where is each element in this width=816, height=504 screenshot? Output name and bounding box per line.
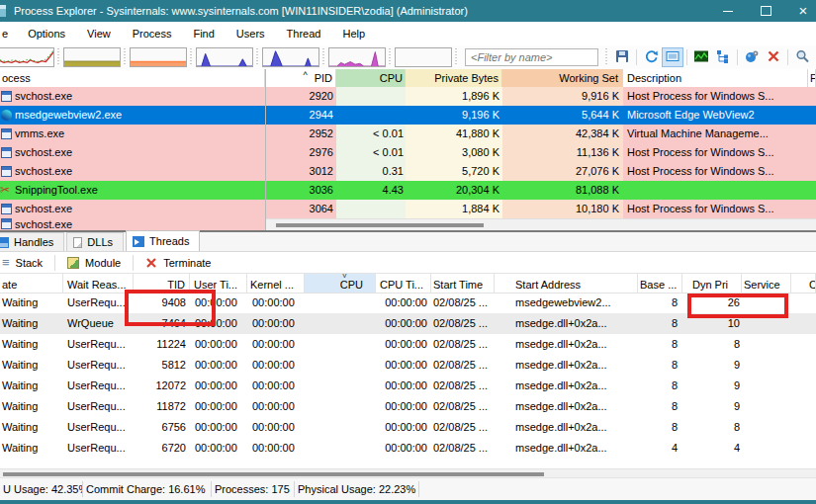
process-row[interactable]: SnippingTool.exe 3036 4.43 20,304 K 81,0…	[0, 181, 816, 200]
thread-row[interactable]: Waiting UserRequ... 12072 00:00:00 00:00…	[0, 376, 816, 396]
column-header-working-set[interactable]: Working Set	[502, 69, 623, 87]
threads-horizontal-scrollbar[interactable]	[0, 468, 816, 478]
toolbar-gripper[interactable]	[189, 48, 194, 66]
thread-row[interactable]: Waiting WrQueue 7464 00:00:00 00:00:00 0…	[0, 313, 816, 334]
column-header-c[interactable]: C	[791, 274, 816, 293]
column-header-pid[interactable]: ^PID	[265, 69, 336, 87]
scrollbar-thumb[interactable]	[3, 472, 544, 476]
commit-history-graph[interactable]	[63, 47, 121, 67]
cpu-usage-graph[interactable]	[0, 47, 54, 67]
threads-table-header: ate Wait Reas... TID User Ti... Kernel .…	[0, 274, 816, 294]
column-header-cpu-time[interactable]: CPU Ti...	[376, 274, 431, 293]
maximize-button[interactable]	[747, 0, 784, 22]
thread-row[interactable]: Waiting UserRequ... 11872 00:00:00 00:00…	[0, 396, 816, 417]
scrollbar-thumb[interactable]	[276, 223, 484, 227]
column-header-tid[interactable]: TID	[134, 274, 190, 293]
toolbar-gripper[interactable]	[255, 48, 260, 66]
kernel-time-cell: 00:00:00	[247, 376, 305, 396]
cpu-cell	[336, 106, 406, 125]
process-properties-button[interactable]	[741, 47, 763, 67]
terminate-button[interactable]: Terminate	[137, 253, 219, 273]
menu-item-users[interactable]: Users	[226, 22, 276, 45]
process-row[interactable]: svchost.exe 2976 < 0.01 3,080 K 11,136 K…	[0, 143, 816, 162]
column-header-process[interactable]: ocess	[0, 69, 265, 87]
toolbar-gripper[interactable]	[123, 48, 128, 66]
column-header-private-bytes[interactable]: Private Bytes	[406, 69, 502, 87]
menu-item-view[interactable]: View	[76, 22, 122, 45]
column-header-wait-reason[interactable]: Wait Reas...	[63, 274, 134, 293]
menu-item-file[interactable]: e	[0, 22, 17, 45]
thread-row[interactable]: Waiting UserRequ... 6720 00:00:00 00:00:…	[0, 438, 816, 459]
process-list-horizontal-scrollbar[interactable]	[266, 218, 816, 230]
process-tree-icon	[716, 49, 730, 66]
gpu-history-graph[interactable]	[196, 47, 253, 67]
menu-item-options[interactable]: Options	[17, 22, 76, 45]
thread-row[interactable]: Waiting UserRequ... 00:00:00 00:00:00 00…	[0, 459, 816, 464]
column-header-state[interactable]: ate	[0, 274, 63, 293]
column-header-user-time[interactable]: User Ti...	[190, 274, 247, 293]
process-name-cell: msedgewebview2.exe	[0, 106, 265, 125]
toolbar-gripper[interactable]	[604, 48, 609, 66]
column-header-dyn-pri[interactable]: Dyn Pri	[682, 274, 742, 293]
maximize-icon	[761, 6, 771, 16]
io-history-graph[interactable]	[130, 47, 187, 67]
toolbar-gripper[interactable]	[56, 48, 61, 66]
thread-row[interactable]: Waiting UserRequ... 5812 00:00:00 00:00:…	[0, 355, 816, 376]
toolbar-gripper[interactable]	[321, 48, 326, 66]
process-row[interactable]: vmms.exe 2952 < 0.01 41,880 K 42,384 K V…	[0, 125, 816, 143]
refresh-icon	[644, 49, 658, 66]
module-button[interactable]: Module	[59, 253, 129, 273]
menu-item-find[interactable]: Find	[182, 22, 225, 45]
process-row[interactable]: svchost.exe 2920 1,896 K 9,916 K Host Pr…	[0, 87, 816, 106]
cpu-time-cell: 00:00:00	[376, 376, 431, 396]
cpu-cell: 4.43	[336, 181, 406, 200]
show-process-tree-button[interactable]	[712, 47, 734, 67]
toolbar-gripper[interactable]	[388, 48, 393, 66]
column-header-priority[interactable]: Pr	[808, 69, 816, 87]
network-history-graph[interactable]	[328, 47, 386, 67]
refresh-button[interactable]	[640, 47, 662, 67]
process-row[interactable]: svchost.exe 3064 1,884 K 10,180 K Host P…	[0, 200, 816, 218]
tab-dlls[interactable]: DLLs	[66, 232, 124, 251]
thread-row[interactable]: Waiting UserRequ... 9408 00:00:00 00:00:…	[0, 293, 816, 313]
menu-item-thread[interactable]: Thread	[276, 22, 332, 45]
service-cell	[742, 417, 791, 438]
column-header-start-time[interactable]: Start Time	[431, 274, 495, 293]
process-column-divider[interactable]	[265, 69, 266, 230]
column-header-kernel-time[interactable]: Kernel ...	[247, 274, 305, 293]
column-header-cpu[interactable]: CPU	[336, 69, 406, 87]
tab-threads[interactable]: Threads	[126, 230, 200, 251]
column-header-service[interactable]: Service	[742, 274, 791, 293]
column-header-base-priority[interactable]: Base ...	[638, 274, 682, 293]
close-button[interactable]: ×	[784, 0, 816, 22]
menu-item-process[interactable]: Process	[122, 22, 183, 45]
thread-row[interactable]: Waiting UserRequ... 11224 00:00:00 00:00…	[0, 334, 816, 355]
kernel-time-cell: 00:00:00	[247, 334, 305, 355]
thread-row[interactable]: Waiting UserRequ... 6756 00:00:00 00:00:…	[0, 417, 816, 438]
system-information-button[interactable]	[662, 47, 683, 67]
column-header-cpu[interactable]: ˅CPU	[305, 274, 376, 293]
tid-cell: 11872	[134, 396, 190, 417]
stack-button[interactable]: ≡Stack	[0, 253, 50, 273]
minimize-button[interactable]	[709, 0, 747, 22]
disk-history-graph[interactable]	[262, 47, 319, 67]
kill-process-button[interactable]	[763, 47, 784, 67]
tab-handles[interactable]: Handles	[0, 232, 64, 251]
toolbar-gripper[interactable]	[454, 48, 459, 66]
performance-graph-button[interactable]	[690, 47, 712, 67]
wait-reason-cell: WrQueue	[63, 313, 134, 334]
priority-cell	[808, 125, 816, 143]
process-row-partial[interactable]: svchost.exe	[0, 218, 265, 230]
magnifier-icon	[795, 49, 809, 66]
filter-input[interactable]	[465, 48, 598, 66]
column-header-description[interactable]: Description	[623, 69, 808, 87]
column-header-start-address[interactable]: Start Address	[495, 274, 638, 293]
menu-item-help[interactable]: Help	[331, 22, 376, 45]
process-row[interactable]: msedgewebview2.exe 2944 9,196 K 5,644 K …	[0, 106, 816, 125]
cpu-cell	[305, 396, 376, 417]
process-row[interactable]: svchost.exe 3012 0.31 5,720 K 27,076 K H…	[0, 162, 816, 181]
empty-graph-panel[interactable]	[395, 47, 452, 67]
find-window-process-button[interactable]	[791, 47, 813, 67]
save-button[interactable]	[611, 47, 633, 67]
base-priority-cell: 8	[638, 355, 682, 376]
